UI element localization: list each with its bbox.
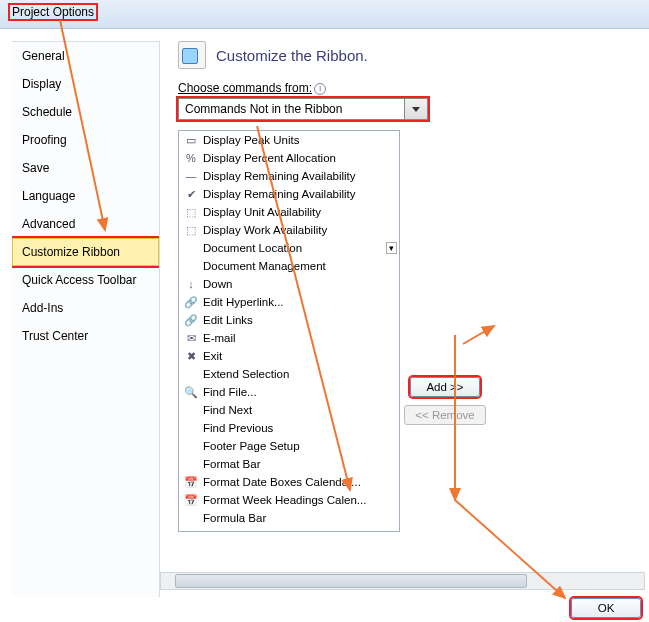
command-item[interactable]: ▭Display Peak Units <box>179 131 399 149</box>
ribbon-icon <box>178 41 206 69</box>
command-label: Forward <box>203 530 245 532</box>
options-sidebar: GeneralDisplayScheduleProofingSaveLangua… <box>12 41 160 597</box>
command-icon: — <box>183 168 199 184</box>
ok-button[interactable]: OK <box>571 598 641 618</box>
command-label: E-mail <box>203 332 236 344</box>
sidebar-item-trust-center[interactable]: Trust Center <box>12 322 159 350</box>
command-item[interactable]: Find Previous <box>179 419 399 437</box>
choose-commands-combo[interactable]: Commands Not in the Ribbon <box>178 98 428 120</box>
command-icon: ↓ <box>183 276 199 292</box>
command-label: Edit Hyperlink... <box>203 296 284 308</box>
command-label: Display Work Availability <box>203 224 327 236</box>
command-item[interactable]: ⬚Display Work Availability <box>179 221 399 239</box>
command-label: Down <box>203 278 232 290</box>
horizontal-scrollbar[interactable] <box>160 572 645 590</box>
commands-listbox[interactable]: ▭Display Peak Units%Display Percent Allo… <box>178 130 400 532</box>
command-icon: 📅 <box>183 474 199 490</box>
command-icon: 🔗 <box>183 312 199 328</box>
command-label: Display Remaining Availability <box>203 188 356 200</box>
command-label: Footer Page Setup <box>203 440 300 452</box>
command-item[interactable]: Document Management <box>179 257 399 275</box>
command-label: Edit Links <box>203 314 253 326</box>
command-icon <box>183 438 199 454</box>
command-icon <box>183 420 199 436</box>
command-item[interactable]: ↓Down <box>179 275 399 293</box>
command-label: Document Location <box>203 242 302 254</box>
sidebar-item-quick-access-toolbar[interactable]: Quick Access Toolbar <box>12 266 159 294</box>
command-icon: ✉ <box>183 330 199 346</box>
sidebar-item-advanced[interactable]: Advanced <box>12 210 159 238</box>
command-label: Exit <box>203 350 222 362</box>
command-item[interactable]: Footer Page Setup <box>179 437 399 455</box>
command-icon <box>183 366 199 382</box>
command-item[interactable]: ⬚Display Unit Availability <box>179 203 399 221</box>
command-item[interactable]: 🔗Edit Hyperlink... <box>179 293 399 311</box>
command-label: Display Remaining Availability <box>203 170 356 182</box>
command-icon: 📅 <box>183 492 199 508</box>
sidebar-item-general[interactable]: General <box>12 42 159 70</box>
command-label: Formula Bar <box>203 512 266 524</box>
command-item[interactable]: Find Next <box>179 401 399 419</box>
command-icon: ⬚ <box>183 204 199 220</box>
command-icon <box>183 258 199 274</box>
overflow-badge[interactable]: ▾ <box>386 242 397 254</box>
command-item[interactable]: ✉E-mail <box>179 329 399 347</box>
sidebar-item-add-ins[interactable]: Add-Ins <box>12 294 159 322</box>
command-icon <box>183 456 199 472</box>
command-item[interactable]: Format Bar <box>179 455 399 473</box>
titlebar: Project Options <box>0 0 649 29</box>
command-item[interactable]: Document Location▾ <box>179 239 399 257</box>
sidebar-item-save[interactable]: Save <box>12 154 159 182</box>
command-item[interactable]: 🔍Find File... <box>179 383 399 401</box>
choose-commands-label: Choose commands from:i <box>178 81 649 95</box>
command-icon: 🔍 <box>183 384 199 400</box>
command-item[interactable]: 🔗Edit Links <box>179 311 399 329</box>
window-title: Project Options <box>8 3 98 21</box>
command-label: Find Previous <box>203 422 273 434</box>
sidebar-item-schedule[interactable]: Schedule <box>12 98 159 126</box>
command-label: Format Week Headings Calen... <box>203 494 366 506</box>
command-item[interactable]: %Display Percent Allocation <box>179 149 399 167</box>
remove-button: << Remove <box>404 405 485 425</box>
command-item[interactable]: 📅Format Date Boxes Calendar... <box>179 473 399 491</box>
command-label: Format Date Boxes Calendar... <box>203 476 361 488</box>
command-icon: 🔗 <box>183 294 199 310</box>
command-item[interactable]: →Forward <box>179 527 399 532</box>
command-item[interactable]: 📅Format Week Headings Calen... <box>179 491 399 509</box>
command-item[interactable]: Extend Selection <box>179 365 399 383</box>
command-label: Document Management <box>203 260 326 272</box>
command-icon <box>183 402 199 418</box>
command-icon <box>183 510 199 526</box>
command-label: Format Bar <box>203 458 261 470</box>
command-label: Find Next <box>203 404 252 416</box>
page-heading: Customize the Ribbon. <box>216 47 368 64</box>
command-item[interactable]: Formula Bar <box>179 509 399 527</box>
command-label: Display Percent Allocation <box>203 152 336 164</box>
add-button[interactable]: Add >> <box>410 377 480 397</box>
chevron-down-icon <box>412 107 420 112</box>
sidebar-item-customize-ribbon[interactable]: Customize Ribbon <box>12 238 159 266</box>
command-label: Extend Selection <box>203 368 289 380</box>
command-item[interactable]: ✖Exit <box>179 347 399 365</box>
command-label: Find File... <box>203 386 257 398</box>
choose-commands-value: Commands Not in the Ribbon <box>179 99 404 119</box>
command-item[interactable]: ✔Display Remaining Availability <box>179 185 399 203</box>
combo-dropdown-button[interactable] <box>404 99 427 119</box>
command-icon: ✖ <box>183 348 199 364</box>
command-label: Display Unit Availability <box>203 206 321 218</box>
command-icon: % <box>183 150 199 166</box>
command-icon: ▭ <box>183 132 199 148</box>
command-label: Display Peak Units <box>203 134 300 146</box>
command-item[interactable]: —Display Remaining Availability <box>179 167 399 185</box>
command-icon: ⬚ <box>183 222 199 238</box>
sidebar-item-language[interactable]: Language <box>12 182 159 210</box>
sidebar-item-display[interactable]: Display <box>12 70 159 98</box>
command-icon: → <box>183 528 199 532</box>
command-icon: ✔ <box>183 186 199 202</box>
sidebar-item-proofing[interactable]: Proofing <box>12 126 159 154</box>
info-icon: i <box>314 83 326 95</box>
command-icon <box>183 240 199 256</box>
